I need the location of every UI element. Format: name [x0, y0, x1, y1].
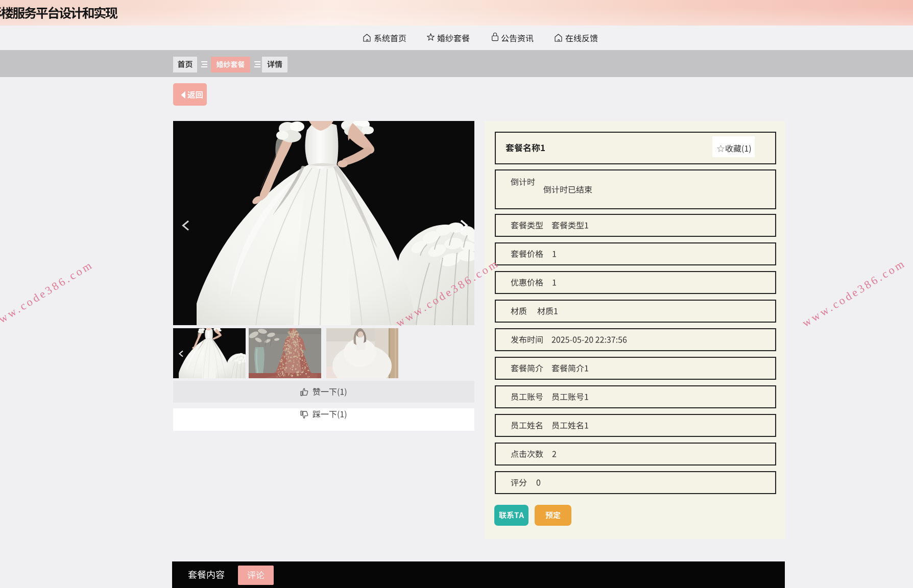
svg-text:www.code386.com: www.code386.com: [800, 256, 908, 329]
svg-text:www.code386.com: www.code386.com: [0, 258, 95, 331]
